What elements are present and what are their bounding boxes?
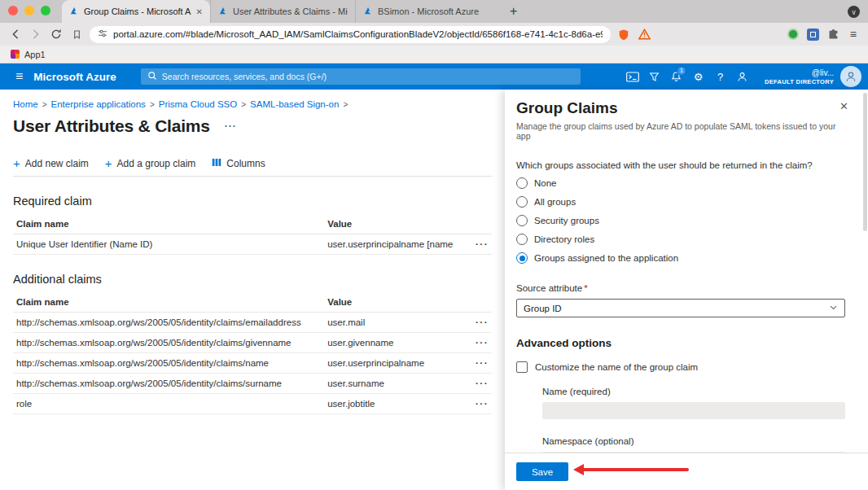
claim-name-cell[interactable]: Unique User Identifier (Name ID) [13,234,324,255]
add-new-claim-label: Add new claim [25,158,89,169]
site-settings-icon[interactable] [98,27,107,42]
table-row[interactable]: http://schemas.xmlsoap.org/ws/2005/05/id… [13,333,492,353]
name-input[interactable] [542,402,845,419]
row-more-icon[interactable]: ··· [454,234,492,255]
extension-green-icon[interactable] [786,27,800,42]
new-tab-button[interactable]: + [500,4,527,23]
radio-icon[interactable] [516,196,528,208]
panel-title: Group Claims [516,99,845,117]
columns-label: Columns [226,158,265,169]
browser-menu-icon[interactable]: ≡ [847,28,860,41]
source-attribute-label: Source attribute* [516,283,845,293]
row-more-icon[interactable]: ··· [454,374,492,394]
radio-icon[interactable] [516,252,528,264]
puzzle-extensions-icon[interactable] [826,27,841,42]
extension-blue-icon[interactable] [806,27,821,42]
radio-label: Security groups [534,216,599,225]
row-more-icon[interactable]: ··· [454,353,492,374]
additional-claims-table: Claim name Value http://schemas.xmlsoap.… [13,292,492,414]
bookmark-app1[interactable]: App1 [24,50,46,59]
required-claim-title: Required claim [13,195,492,208]
table-row[interactable]: http://schemas.xmlsoap.org/ws/2005/05/id… [13,353,492,374]
global-search[interactable] [141,68,581,85]
account-info[interactable]: @liv... DEFAULT DIRECTORY [765,68,834,86]
row-more-icon[interactable]: ··· [454,394,492,414]
claim-name-cell[interactable]: http://schemas.xmlsoap.org/ws/2005/05/id… [13,374,324,394]
breadcrumb-enterprise-applications[interactable]: Enterprise applications [51,99,146,109]
panel-scrollbar[interactable] [863,93,867,449]
claim-name-cell[interactable]: http://schemas.xmlsoap.org/ws/2005/05/id… [13,353,324,374]
settings-gear-icon[interactable]: ⚙ [687,66,709,88]
panel-footer: Save [505,453,868,490]
radio-option-none[interactable]: None [516,177,845,189]
tab-close-icon[interactable]: ✕ [196,7,203,16]
table-row[interactable]: http://schemas.xmlsoap.org/ws/2005/05/id… [13,374,492,394]
window-close-button[interactable] [8,6,18,15]
claim-value-cell: user.jobtitle [324,394,454,414]
browser-tab-bsimon[interactable]: BSimon - Microsoft Azure [355,0,500,23]
avatar[interactable] [840,66,861,87]
browser-tab-group-claims[interactable]: Group Claims - Microsoft Azure ✕ [62,0,210,23]
source-attribute-select[interactable]: Group ID [516,299,845,317]
azure-favicon [69,6,79,17]
feedback-icon[interactable] [731,66,753,88]
claim-value-cell: user.userprincipalname [324,353,454,374]
radio-icon[interactable] [516,177,528,189]
window-zoom-button[interactable] [41,6,50,15]
claim-name-cell[interactable]: http://schemas.xmlsoap.org/ws/2005/05/id… [13,313,324,333]
browser-profile-icon[interactable]: ∨ [848,6,860,18]
column-header-claim-name: Claim name [13,292,324,313]
warning-triangle-icon[interactable] [637,27,651,42]
claim-name-cell[interactable]: http://schemas.xmlsoap.org/ws/2005/05/id… [13,333,324,353]
account-name: @liv... [765,68,834,78]
columns-icon [212,158,221,169]
row-more-icon[interactable]: ··· [454,333,492,353]
save-button[interactable]: Save [516,462,568,481]
columns-button[interactable]: Columns [212,158,265,169]
customize-name-checkbox[interactable]: Customize the name of the group claim [516,361,845,373]
table-row[interactable]: role user.jobtitle ··· [13,394,492,414]
breadcrumb-prisma-cloud-sso[interactable]: Prisma Cloud SSO [159,99,238,109]
url-field[interactable]: portal.azure.com/#blade/Microsoft_AAD_IA… [90,26,611,43]
claim-value-cell: user.surname [324,374,454,394]
breadcrumb-saml-sign-on[interactable]: SAML-based Sign-on [250,99,339,109]
forward-icon[interactable] [28,27,43,42]
radio-option-security-groups[interactable]: Security groups [516,215,845,226]
window-minimize-button[interactable] [24,6,34,15]
checkbox-icon[interactable] [516,361,528,373]
add-group-claim-button[interactable]: + Add a group claim [105,157,196,169]
radio-option-all-groups[interactable]: All groups [516,196,845,208]
row-more-icon[interactable]: ··· [454,313,492,333]
radio-option-groups-assigned[interactable]: Groups assigned to the application [516,252,845,264]
help-icon[interactable]: ? [709,66,731,88]
search-icon [147,69,157,84]
radio-icon[interactable] [516,234,528,245]
breadcrumb-home[interactable]: Home [13,99,38,109]
portal-menu-icon[interactable]: ≡ [7,69,32,84]
back-icon[interactable] [8,27,23,42]
required-claim-table: Claim name Value Unique User Identifier … [13,214,492,255]
search-input[interactable] [162,72,574,81]
claim-name-cell[interactable]: role [13,394,324,414]
notifications-bell-icon[interactable]: 1 [665,66,687,88]
breadcrumb-separator: > [343,100,348,109]
radio-icon[interactable] [516,215,528,226]
bookmark-icon[interactable] [69,27,84,42]
azure-brand[interactable]: Microsoft Azure [33,71,116,83]
reload-icon[interactable] [49,27,64,42]
main-blade: Home > Enterprise applications > Prisma … [0,90,505,490]
radio-option-directory-roles[interactable]: Directory roles [516,234,845,245]
browser-tab-user-attributes[interactable]: User Attributes & Claims - Microsof [210,0,355,23]
page-more-icon[interactable]: ··· [225,120,237,132]
column-header-value: Value [324,292,454,313]
table-row[interactable]: Unique User Identifier (Name ID) user.us… [13,234,492,255]
page-title: User Attributes & Claims [13,116,210,136]
close-icon[interactable]: ✕ [840,100,848,112]
plus-icon: + [13,157,20,169]
table-row[interactable]: http://schemas.xmlsoap.org/ws/2005/05/id… [13,313,492,333]
browser-address-bar: portal.azure.com/#blade/Microsoft_AAD_IA… [0,23,868,46]
directory-filter-icon[interactable] [643,66,665,88]
adblock-shield-icon[interactable] [616,27,631,42]
cloud-shell-icon[interactable] [621,66,643,88]
add-new-claim-button[interactable]: + Add new claim [13,157,89,169]
